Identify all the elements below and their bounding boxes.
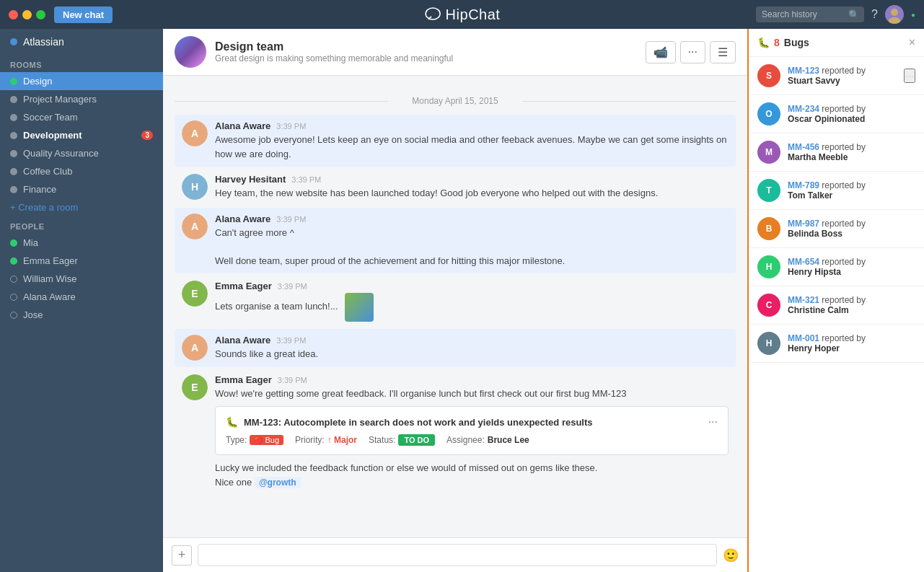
bug-list-id: MM-123 reported by	[788, 66, 897, 76]
sidebar-item-emma-eager[interactable]: Emma Eager	[0, 252, 163, 270]
maximize-window-button[interactable]	[36, 10, 45, 19]
create-room-button[interactable]: + Create a room	[0, 198, 163, 216]
sidebar-item-coffee-club[interactable]: Coffee Club	[0, 162, 163, 180]
sidebar-item-development[interactable]: Development 3	[0, 126, 163, 144]
bug-list-id: MM-654 reported by	[788, 257, 915, 267]
sidebar-item-label: Project Managers	[23, 94, 153, 105]
avatar-alana-aware: A	[182, 214, 208, 239]
unread-badge: 3	[141, 131, 153, 140]
chat-header: Design team Great design is making somet…	[163, 29, 747, 76]
message-2: H Harvey Hesitant 3:39 PM Hey team, the …	[175, 168, 736, 206]
room-status-dot	[10, 168, 17, 175]
message-header: Alana Aware 3:39 PM	[215, 335, 729, 346]
room-name: Design team	[215, 40, 637, 53]
app-name: HipChat	[446, 6, 501, 23]
bug-list-info: MM-789 reported by Tom Talker	[788, 180, 915, 201]
message-author: Emma Eager	[215, 281, 272, 291]
bug-list-item-mm321[interactable]: C MM-321 reported by Christine Calm	[749, 286, 924, 325]
message-text: Wow! we're getting some great feedback. …	[215, 387, 729, 401]
bugs-count: 8	[774, 37, 780, 48]
sidebar-item-label: Jose	[23, 309, 153, 320]
close-panel-button[interactable]: ×	[909, 36, 915, 49]
message-text: Hey team, the new website has been launc…	[215, 186, 729, 201]
user-avatar[interactable]	[885, 5, 904, 24]
user-status-dot	[10, 294, 17, 301]
new-chat-button[interactable]: New chat	[54, 6, 113, 23]
bug-item-more-button[interactable]: ···	[904, 69, 915, 83]
sidebar-item-soccer-team[interactable]: Soccer Team	[0, 108, 163, 126]
bug-list-item-mm987[interactable]: B MM-987 reported by Belinda Boss	[749, 210, 924, 248]
sidebar-item-label: Coffee Club	[23, 166, 153, 177]
app-logo: HipChat	[424, 6, 501, 23]
user-avatar-icon	[885, 5, 904, 24]
message-5: A Alana Aware 3:39 PM Sounds like a grea…	[175, 329, 736, 367]
bug-list-item-mm234[interactable]: O MM-234 reported by Oscar Opinionated	[749, 95, 924, 133]
bug-list-id: MM-321 reported by	[788, 295, 915, 305]
attach-button[interactable]: +	[172, 545, 192, 566]
message-avatar: E	[182, 374, 208, 400]
room-info: Design team Great design is making somet…	[215, 40, 637, 63]
bug-reporter-avatar: H	[757, 332, 780, 355]
avatar-alana-aware: A	[182, 335, 208, 361]
bug-list-item-mm123[interactable]: S MM-123 reported by Stuart Savvy ···	[749, 57, 924, 95]
sidebar-toggle-button[interactable]: ☰	[710, 41, 736, 63]
more-options-button[interactable]: ···	[680, 41, 705, 63]
bug-list-item-mm789[interactable]: T MM-789 reported by Tom Talker	[749, 172, 924, 210]
sidebar-item-alana-aware[interactable]: Alana Aware	[0, 288, 163, 306]
message-time: 3:39 PM	[278, 376, 307, 384]
sidebar-item-quality-assurance[interactable]: Quality Assurance	[0, 144, 163, 162]
sidebar-item-label: Development	[23, 130, 136, 141]
emoji-button[interactable]: 🙂	[723, 547, 739, 563]
minimize-window-button[interactable]	[22, 10, 32, 19]
bug-card: 🐛 MM-123: Autocomplete in search does no…	[215, 406, 729, 455]
sidebar-item-label: Alana Aware	[23, 291, 153, 302]
message-time: 3:39 PM	[278, 282, 307, 291]
bug-priority-value: ↑ Major	[327, 435, 357, 445]
message-avatar: A	[182, 335, 208, 361]
message-content: Alana Aware 3:39 PM Awesome job everyone…	[215, 120, 729, 161]
bug-type: Type: 🔴 Bug	[226, 435, 283, 445]
message-time: 3:39 PM	[276, 122, 306, 131]
bug-list-name: Oscar Opinionated	[788, 114, 915, 124]
sidebar-item-label: Mia	[23, 237, 153, 248]
bug-list-item-mm456[interactable]: M MM-456 reported by Martha Meeble	[749, 133, 924, 172]
workspace-status-dot	[10, 38, 17, 45]
sidebar-item-william-wise[interactable]: William Wise	[0, 270, 163, 288]
workspace-item[interactable]: Atlassian	[0, 29, 163, 55]
message-text: Awesome job everyone! Lets keep an eye o…	[215, 133, 729, 161]
svg-point-1	[891, 9, 898, 16]
bug-list-item-mm654[interactable]: H MM-654 reported by Henry Hipsta	[749, 248, 924, 286]
sidebar-item-label: Soccer Team	[23, 112, 153, 123]
sidebar-item-project-managers[interactable]: Project Managers	[0, 90, 163, 108]
mention-tag: @growth	[255, 477, 301, 488]
bug-assignee-value: Bruce Lee	[488, 435, 529, 445]
bug-list-item-mm001[interactable]: H MM-001 reported by Henry Hoper	[749, 325, 924, 363]
bug-type-badge: 🔴 Bug	[250, 435, 283, 445]
right-panel: 🐛 8 Bugs × S MM-123 reported by Stuart S…	[747, 29, 924, 572]
message-text: Can't agree more ^Well done team, super …	[215, 226, 729, 268]
bug-meta: Type: 🔴 Bug Priority: ↑ Major	[226, 434, 718, 446]
message-header: Emma Eager 3:39 PM	[215, 281, 729, 291]
bug-more-button[interactable]: ···	[708, 415, 718, 428]
close-window-button[interactable]	[9, 10, 18, 19]
video-call-button[interactable]: 📹	[646, 41, 676, 63]
bug-list-info: MM-987 reported by Belinda Boss	[788, 219, 915, 239]
bug-list-id: MM-456 reported by	[788, 142, 915, 152]
bug-list-name: Henry Hipsta	[788, 267, 915, 277]
sidebar-item-design[interactable]: Design	[0, 72, 163, 90]
bug-icon: 🐛	[226, 416, 238, 428]
help-button[interactable]: ?	[871, 8, 878, 21]
bug-status-label: Status:	[369, 435, 395, 445]
main-layout: Atlassian ROOMS Design Project Managers …	[0, 29, 924, 572]
bugs-icon: 🐛	[757, 37, 770, 48]
bug-list-id: MM-789 reported by	[788, 180, 915, 190]
svg-point-0	[426, 8, 440, 19]
bug-reporter-avatar: C	[757, 294, 780, 317]
sidebar-item-finance[interactable]: Finance	[0, 180, 163, 198]
sidebar-item-jose[interactable]: Jose	[0, 306, 163, 324]
bug-list-name: Belinda Boss	[788, 229, 915, 239]
bug-list-name: Tom Talker	[788, 190, 915, 201]
bug-list-info: MM-123 reported by Stuart Savvy	[788, 66, 897, 86]
message-input[interactable]	[198, 544, 717, 566]
sidebar-item-mia[interactable]: Mia	[0, 234, 163, 252]
